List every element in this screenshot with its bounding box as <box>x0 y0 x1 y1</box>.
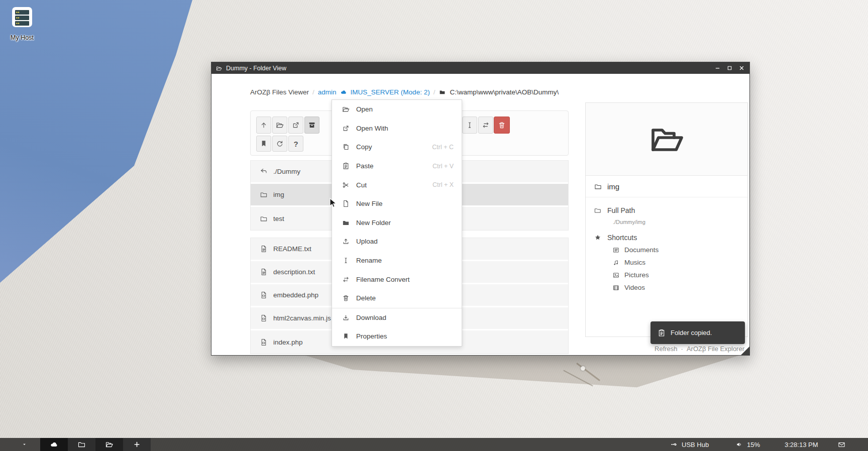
back-arrow-icon <box>260 168 268 175</box>
refresh-link[interactable]: Refresh <box>655 345 678 353</box>
close-button[interactable] <box>738 64 745 72</box>
cloud-icon <box>340 89 348 95</box>
tray-volume[interactable]: 15% <box>735 438 760 451</box>
properties-panel: img Full Path ./Dummy/img Shortcuts Docu… <box>585 102 748 337</box>
desktop-icon-my-host[interactable]: My Host <box>6 6 38 41</box>
selected-item-name: img <box>607 182 619 191</box>
context-menu: Open Open With CopyCtrl + C PasteCtrl + … <box>332 99 462 347</box>
file-code-icon <box>260 339 268 346</box>
menu-item-delete[interactable]: Delete <box>332 289 462 308</box>
breadcrumb-app-name: ArOZβ Files Viewer <box>250 88 309 96</box>
paste-icon <box>658 329 666 337</box>
speaker-icon <box>735 441 743 448</box>
menu-item-open[interactable]: Open <box>332 100 462 119</box>
window-titlebar[interactable]: Dummy - Folder View <box>211 62 749 74</box>
taskbar-app-add[interactable] <box>123 438 151 451</box>
filename-convert-button[interactable] <box>478 117 493 134</box>
breadcrumb-user-link[interactable]: admin IMUS_SERVER (Mode: 2) <box>318 88 430 96</box>
menu-item-filename-convert[interactable]: Filename Convert <box>332 270 462 289</box>
tray-usb[interactable]: USB Hub <box>670 438 709 451</box>
shortcut-documents[interactable]: Documents <box>594 244 747 256</box>
menu-item-rename[interactable]: Rename <box>332 251 462 270</box>
maximize-button[interactable] <box>726 64 733 72</box>
taskbar-app-cloud[interactable] <box>40 438 68 451</box>
menu-item-label: Cut <box>356 181 367 189</box>
menu-item-new-folder[interactable]: New Folder <box>332 213 462 233</box>
menu-item-label: Copy <box>356 143 372 151</box>
menu-item-new-file[interactable]: New File <box>332 194 462 213</box>
shortcut-label: Documents <box>624 246 659 254</box>
shortcut-pictures[interactable]: Pictures <box>594 269 747 281</box>
properties-button[interactable] <box>256 136 271 152</box>
taskbar-app-folder-open[interactable] <box>95 438 123 451</box>
toast-text: Folder copied. <box>671 329 712 336</box>
menu-item-open-with[interactable]: Open With <box>332 119 462 138</box>
folder-icon <box>77 440 86 448</box>
folder-open-icon <box>276 121 284 129</box>
film-icon <box>612 284 620 291</box>
desktop-icon-label: My Host <box>6 34 38 41</box>
menu-shortcut: Ctrl + V <box>432 163 454 170</box>
breadcrumb-user-label: admin <box>318 88 337 96</box>
breadcrumb-path-label: C:\wamp\www\private\AOB\Dummy\ <box>450 88 559 96</box>
desktop: My Host Dummy - Folder View ArOZβ Files … <box>0 0 868 451</box>
rename-button[interactable] <box>462 117 477 134</box>
shortcut-label: Musics <box>624 259 645 266</box>
help-button[interactable]: ? <box>288 136 303 152</box>
cloud-icon <box>50 440 58 448</box>
external-link-icon <box>292 121 300 129</box>
shortcuts-label: Shortcuts <box>607 234 637 242</box>
folder-open-icon <box>105 440 114 448</box>
shortcut-videos[interactable]: Videos <box>594 281 747 294</box>
file-label: README.txt <box>273 245 311 253</box>
envelope-icon <box>837 441 846 448</box>
plus-icon <box>133 440 141 448</box>
shortcuts-header: Shortcuts <box>594 232 747 244</box>
refresh-button[interactable] <box>272 136 287 152</box>
menu-item-upload[interactable]: Upload <box>332 232 462 251</box>
file-text-icon <box>260 245 268 253</box>
shortcut-musics[interactable]: Musics <box>594 256 747 269</box>
bookmark-icon <box>260 140 268 148</box>
copy-icon <box>342 143 350 151</box>
file-label: embedded.php <box>273 291 318 299</box>
image-icon <box>612 272 620 279</box>
open-with-button[interactable] <box>288 117 303 134</box>
delete-button[interactable] <box>494 117 510 134</box>
menu-item-label: Properties <box>356 332 387 340</box>
swap-arrows-icon <box>342 276 350 283</box>
menu-item-copy[interactable]: CopyCtrl + C <box>332 138 462 157</box>
refresh-icon <box>276 140 284 148</box>
resize-handle[interactable] <box>741 347 749 355</box>
volume-label: 15% <box>747 441 760 448</box>
menu-item-download[interactable]: Download <box>332 308 462 327</box>
window-controls <box>714 64 745 72</box>
menu-item-properties[interactable]: Properties <box>332 327 462 346</box>
footer-separator: · <box>681 345 683 353</box>
parent-folder-label: ./Dummy <box>273 168 300 175</box>
archive-icon <box>308 121 316 129</box>
menu-item-label: Upload <box>356 238 378 245</box>
menu-item-cut[interactable]: CutCtrl + X <box>332 175 462 194</box>
breadcrumb-path[interactable]: C:\wamp\www\private\AOB\Dummy\ <box>439 88 559 96</box>
full-path-label: Full Path <box>607 206 635 214</box>
menu-item-label: Open With <box>356 125 388 132</box>
mouse-cursor <box>330 198 337 208</box>
go-up-button[interactable] <box>256 117 271 134</box>
minimize-button[interactable] <box>714 64 721 72</box>
star-icon <box>594 234 602 241</box>
tray-clock: 3:28:13 PM <box>785 438 818 451</box>
taskbar-app-folder[interactable] <box>68 438 95 451</box>
menu-item-label: Download <box>356 314 386 321</box>
taskbar-caret-button[interactable] <box>18 438 30 451</box>
tray-mail[interactable] <box>837 438 846 451</box>
menu-item-paste[interactable]: PasteCtrl + V <box>332 157 462 176</box>
full-path-header: Full Path <box>594 204 747 216</box>
music-note-icon <box>612 259 620 266</box>
upload-icon <box>342 238 350 245</box>
window-footer: Refresh · ArOZβ File Explorer <box>655 345 744 353</box>
open-button[interactable] <box>272 117 287 134</box>
archive-button[interactable] <box>304 117 319 134</box>
folder-filled-icon <box>342 219 350 227</box>
folder-label: test <box>273 215 284 222</box>
